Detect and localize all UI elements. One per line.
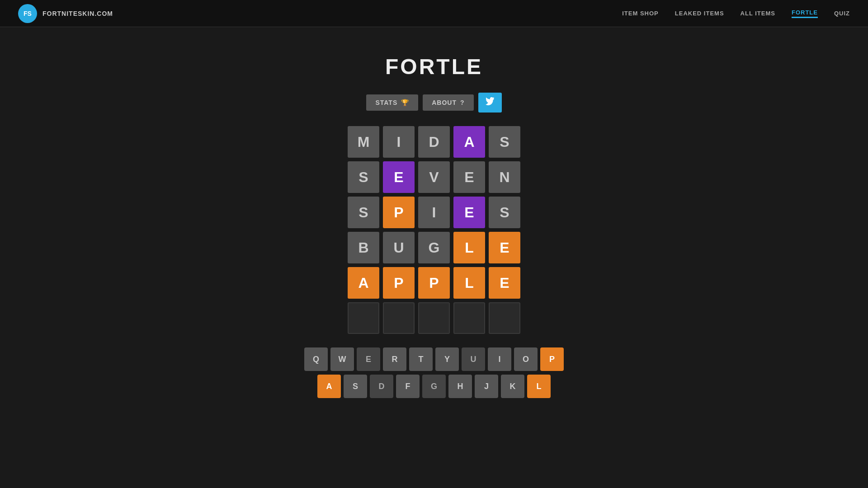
grid-cell-4-4: E [489,267,520,299]
key-g[interactable]: G [422,375,446,398]
grid-cell-1-2: V [418,161,450,193]
grid-row-4: APPLE [348,267,520,299]
key-t[interactable]: T [409,347,433,371]
grid-cell-3-0: B [348,232,379,263]
key-y[interactable]: Y [435,347,459,371]
grid-cell-0-0: M [348,126,379,158]
key-row-1: ASDFGHJKL [317,375,551,398]
grid-cell-0-4: S [489,126,520,158]
keyboard: QWERTYUIOPASDFGHJKL [304,347,564,398]
grid-cell-2-4: S [489,197,520,228]
key-l[interactable]: L [527,375,551,398]
nav-leaked-items[interactable]: LEAKED ITEMS [675,10,724,17]
logo-area: FS FORTNITESKIN.COM [18,4,113,23]
key-q[interactable]: Q [304,347,328,371]
grid-cell-3-4: E [489,232,520,263]
key-u[interactable]: U [462,347,485,371]
twitter-icon [486,97,495,108]
key-o[interactable]: O [514,347,538,371]
key-i[interactable]: I [488,347,511,371]
game-grid: MIDASSEVENSPIESBUGLEAPPLE [348,126,520,334]
grid-row-0: MIDAS [348,126,520,158]
grid-cell-4-0: A [348,267,379,299]
twitter-button[interactable] [478,93,502,113]
nav-fortle[interactable]: FORTLE [792,9,818,18]
grid-cell-4-1: P [383,267,415,299]
nav-quiz[interactable]: QUIZ [834,10,850,17]
grid-cell-2-2: I [418,197,450,228]
key-s[interactable]: S [344,375,367,398]
key-j[interactable]: J [475,375,498,398]
nav-all-items[interactable]: ALL ITEMS [741,10,775,17]
grid-row-1: SEVEN [348,161,520,193]
stats-button[interactable]: STATS 🏆 [366,94,418,111]
grid-cell-1-3: E [453,161,485,193]
grid-cell-1-1: E [383,161,415,193]
key-f[interactable]: F [396,375,420,398]
grid-cell-5-3 [453,302,485,334]
about-button[interactable]: ABOUT ? [423,94,473,111]
grid-row-2: SPIES [348,197,520,228]
grid-cell-3-1: U [383,232,415,263]
grid-cell-1-4: N [489,161,520,193]
grid-cell-5-0 [348,302,379,334]
grid-row-3: BUGLE [348,232,520,263]
key-w[interactable]: W [330,347,354,371]
nav-item-shop[interactable]: ITEM SHOP [622,10,659,17]
page-title: FORTLE [385,54,483,79]
stats-label: STATS [375,99,397,106]
grid-cell-5-4 [489,302,520,334]
grid-cell-5-2 [418,302,450,334]
grid-cell-3-2: G [418,232,450,263]
key-k[interactable]: K [501,375,524,398]
trophy-icon: 🏆 [401,99,409,106]
key-e[interactable]: E [357,347,380,371]
grid-cell-5-1 [383,302,415,334]
key-row-0: QWERTYUIOP [304,347,564,371]
grid-row-5 [348,302,520,334]
about-label: ABOUT [432,99,457,106]
site-name: FORTNITESKIN.COM [42,10,113,17]
key-r[interactable]: R [383,347,406,371]
logo-circle: FS [18,4,37,23]
grid-cell-4-3: L [453,267,485,299]
main-nav: ITEM SHOP LEAKED ITEMS ALL ITEMS FORTLE … [622,9,850,18]
grid-cell-2-1: P [383,197,415,228]
question-icon: ? [460,99,465,106]
grid-cell-2-3: E [453,197,485,228]
grid-cell-3-3: L [453,232,485,263]
grid-cell-4-2: P [418,267,450,299]
grid-cell-0-2: D [418,126,450,158]
key-d[interactable]: D [370,375,393,398]
key-h[interactable]: H [448,375,472,398]
grid-cell-1-0: S [348,161,379,193]
grid-cell-0-3: A [453,126,485,158]
key-a[interactable]: A [317,375,341,398]
grid-cell-0-1: I [383,126,415,158]
key-p[interactable]: P [540,347,564,371]
action-buttons: STATS 🏆 ABOUT ? [366,93,501,113]
grid-cell-2-0: S [348,197,379,228]
